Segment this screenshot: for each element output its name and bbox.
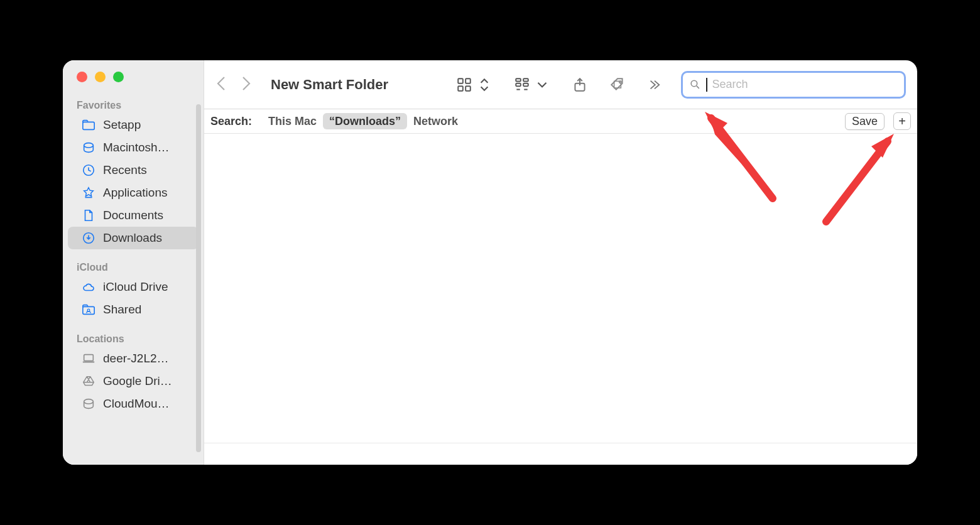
minimize-window-button[interactable] <box>95 72 106 82</box>
toolbar: New Smart Folder <box>204 60 917 109</box>
sidebar-section-label: Locations <box>63 330 204 347</box>
sidebar-item-documents[interactable]: Documents <box>68 204 199 227</box>
clock-icon <box>82 163 95 177</box>
sidebar-item-label: Macintosh… <box>103 141 170 154</box>
disk-icon <box>82 141 95 154</box>
cloud-icon <box>82 280 95 294</box>
finder-window: FavoritesSetappMacintosh…RecentsApplicat… <box>63 60 917 465</box>
gdrive-icon <box>82 374 95 388</box>
scope-this-mac[interactable]: This Mac <box>262 113 323 129</box>
sidebar-item-label: Applications <box>103 186 167 200</box>
sidebar-item-label: Recents <box>103 163 147 177</box>
scope-label: Search: <box>210 115 252 128</box>
search-scope-bar: Search: This Mac“Downloads”Network Save … <box>204 109 917 134</box>
view-mode-button[interactable] <box>456 77 493 93</box>
sharedfolder-icon <box>82 303 95 317</box>
save-smart-folder-button[interactable]: Save <box>845 113 885 130</box>
sidebar-item-setapp[interactable]: Setapp <box>68 114 199 136</box>
sidebar-item-label: Shared <box>103 303 141 317</box>
sidebar-item-label: Documents <box>103 208 163 222</box>
toolbar-overflow-button[interactable] <box>647 78 661 92</box>
back-button[interactable] <box>215 75 228 95</box>
search-field-container[interactable] <box>681 71 906 99</box>
scope-downloads[interactable]: “Downloads” <box>323 113 407 129</box>
share-button[interactable] <box>572 77 588 93</box>
main-pane: New Smart Folder Search: This Mac“Downlo… <box>204 60 917 465</box>
sidebar-item-google-dri[interactable]: Google Dri… <box>68 370 199 392</box>
window-controls <box>63 72 204 82</box>
sidebar-item-applications[interactable]: Applications <box>68 181 199 204</box>
nav-controls <box>215 75 252 95</box>
sidebar-item-deer-j2l2[interactable]: deer-J2L2… <box>68 347 199 370</box>
sidebar-item-label: Setapp <box>103 118 141 132</box>
results-area <box>204 134 917 443</box>
sidebar-item-label: Downloads <box>103 231 162 245</box>
close-window-button[interactable] <box>77 72 87 82</box>
sidebar-item-cloudmou[interactable]: CloudMou… <box>68 392 199 415</box>
sidebar-item-downloads[interactable]: Downloads <box>68 227 199 249</box>
scope-network[interactable]: Network <box>407 113 464 129</box>
sidebar-item-label: iCloud Drive <box>103 280 168 294</box>
extdisk-icon <box>82 397 95 411</box>
sidebar-item-label: CloudMou… <box>103 397 170 411</box>
sidebar-item-label: Google Dri… <box>103 374 172 388</box>
apps-icon <box>82 186 95 200</box>
window-title: New Smart Folder <box>271 77 388 93</box>
add-search-criteria-button[interactable]: + <box>893 112 911 130</box>
search-icon <box>689 78 701 90</box>
status-bar <box>204 443 917 465</box>
sidebar-item-recents[interactable]: Recents <box>68 159 199 181</box>
sidebar-item-icloud-drive[interactable]: iCloud Drive <box>68 276 199 298</box>
download-icon <box>82 231 95 245</box>
sidebar-section-label: iCloud <box>63 258 204 276</box>
laptop-icon <box>82 352 95 365</box>
text-cursor <box>706 78 707 92</box>
search-input[interactable] <box>712 78 898 91</box>
sidebar-scrollbar[interactable] <box>196 104 201 452</box>
folder-icon <box>82 118 95 132</box>
sidebar-section-label: Favorites <box>63 96 204 114</box>
tags-button[interactable] <box>609 77 626 93</box>
sidebar-item-label: deer-J2L2… <box>103 352 169 365</box>
doc-icon <box>82 208 95 222</box>
group-by-button[interactable] <box>514 77 550 93</box>
forward-button[interactable] <box>239 75 252 95</box>
sidebar-item-macintosh[interactable]: Macintosh… <box>68 136 199 159</box>
sidebar-item-shared[interactable]: Shared <box>68 298 199 321</box>
sidebar: FavoritesSetappMacintosh…RecentsApplicat… <box>63 60 204 465</box>
zoom-window-button[interactable] <box>113 72 124 82</box>
